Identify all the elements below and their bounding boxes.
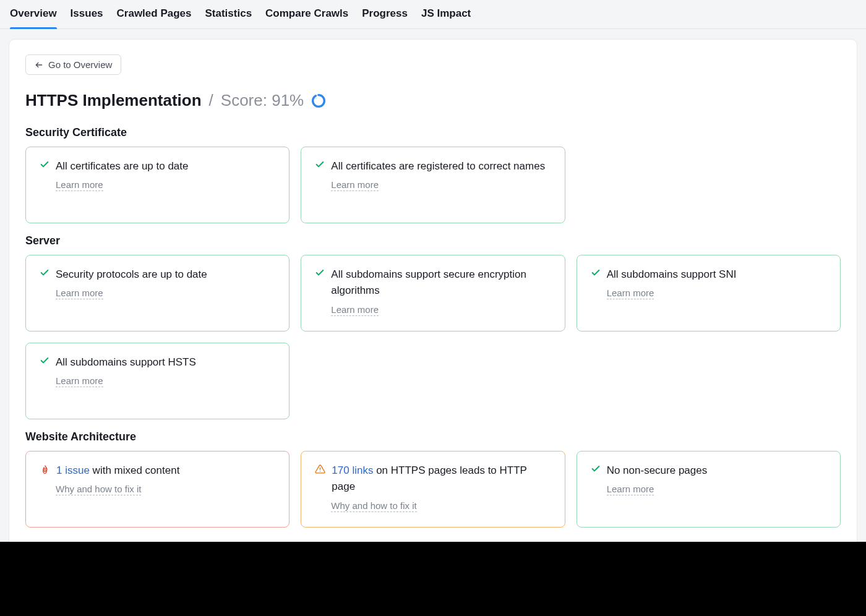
tab-crawled-pages[interactable]: Crawled Pages — [117, 0, 192, 28]
status-card: All subdomains support HSTSLearn more — [25, 343, 289, 419]
card-text: All certificates are registered to corre… — [331, 158, 545, 174]
separator: / — [209, 91, 213, 110]
why-and-how-link[interactable]: Why and how to fix it — [331, 500, 416, 512]
ok-status-icon — [315, 268, 325, 280]
title-row: HTTPS Implementation / Score: 91% — [25, 91, 841, 110]
card-text: All subdomains support secure encryption… — [331, 267, 551, 299]
learn-more-link[interactable]: Learn more — [331, 179, 379, 191]
learn-more-link[interactable]: Learn more — [56, 179, 103, 191]
warning-icon — [315, 464, 325, 474]
card-text: All subdomains support SNI — [607, 267, 737, 283]
score-label: Score: 91% — [221, 91, 304, 110]
issue-count-link[interactable]: 170 links — [332, 464, 373, 476]
bottom-black-bar — [0, 542, 866, 558]
learn-more-link[interactable]: Learn more — [56, 288, 103, 299]
page-title: HTTPS Implementation — [25, 91, 202, 110]
nav-tabs: OverviewIssuesCrawled PagesStatisticsCom… — [0, 0, 866, 29]
tab-js-impact[interactable]: JS Impact — [421, 0, 471, 28]
tab-progress[interactable]: Progress — [362, 0, 408, 28]
score-donut-icon — [311, 93, 326, 108]
ok-status-icon — [40, 356, 49, 367]
check-icon — [40, 160, 49, 169]
learn-more-link[interactable]: Learn more — [607, 484, 654, 495]
section-title: Website Architecture — [25, 430, 841, 443]
warn-status-icon — [315, 464, 325, 476]
svg-point-2 — [313, 95, 325, 106]
ok-status-icon — [40, 160, 49, 171]
tab-compare-crawls[interactable]: Compare Crawls — [265, 0, 348, 28]
back-to-overview-button[interactable]: Go to Overview — [25, 54, 121, 75]
check-icon — [315, 268, 325, 278]
status-card: 1 issue with mixed contentWhy and how to… — [25, 451, 289, 528]
card-empty — [577, 343, 841, 419]
card-text: No non-secure pages — [607, 463, 708, 479]
why-and-how-link[interactable]: Why and how to fix it — [56, 484, 141, 495]
learn-more-link[interactable]: Learn more — [607, 288, 654, 299]
status-card: Security protocols are up to dateLearn m… — [25, 255, 289, 332]
tab-statistics[interactable]: Statistics — [205, 0, 252, 28]
section-title: Server — [25, 234, 841, 247]
section-title: Security Certificate — [25, 126, 841, 139]
card-text: 170 links on HTTPS pages leads to HTTP p… — [332, 463, 551, 495]
card-text-rest: with mixed content — [90, 464, 180, 476]
check-icon — [40, 356, 49, 366]
flame-icon — [40, 464, 50, 474]
check-icon — [591, 268, 601, 278]
card-text: All subdomains support HSTS — [56, 354, 196, 370]
status-card: 170 links on HTTPS pages leads to HTTP p… — [301, 451, 565, 528]
tab-overview[interactable]: Overview — [10, 0, 57, 28]
error-status-icon — [40, 464, 50, 476]
tab-issues[interactable]: Issues — [71, 0, 103, 28]
card-text: Security protocols are up to date — [56, 267, 207, 283]
status-card: All subdomains support SNILearn more — [577, 255, 841, 332]
card-grid: 1 issue with mixed contentWhy and how to… — [25, 451, 841, 528]
card-text: 1 issue with mixed content — [56, 463, 179, 479]
card-empty — [577, 147, 841, 223]
ok-status-icon — [40, 268, 49, 280]
check-icon — [591, 464, 601, 474]
card-text: All certificates are up to date — [56, 158, 189, 174]
ok-status-icon — [315, 160, 325, 171]
status-card: All certificates are up to dateLearn mor… — [25, 147, 289, 223]
card-grid: Security protocols are up to dateLearn m… — [25, 255, 841, 419]
check-icon — [40, 268, 49, 278]
ok-status-icon — [591, 268, 601, 280]
card-grid: All certificates are up to dateLearn mor… — [25, 147, 841, 223]
learn-more-link[interactable]: Learn more — [331, 304, 379, 316]
status-card: All certificates are registered to corre… — [301, 147, 565, 223]
main-panel: Go to Overview HTTPS Implementation / Sc… — [9, 39, 857, 558]
back-button-label: Go to Overview — [48, 59, 112, 70]
check-icon — [315, 160, 325, 169]
status-card: All subdomains support secure encryption… — [301, 255, 565, 332]
learn-more-link[interactable]: Learn more — [56, 375, 103, 387]
ok-status-icon — [591, 464, 601, 476]
status-card: No non-secure pagesLearn more — [577, 451, 841, 528]
issue-count-link[interactable]: 1 issue — [56, 464, 90, 476]
arrow-left-icon — [35, 61, 43, 69]
card-empty — [301, 343, 565, 419]
